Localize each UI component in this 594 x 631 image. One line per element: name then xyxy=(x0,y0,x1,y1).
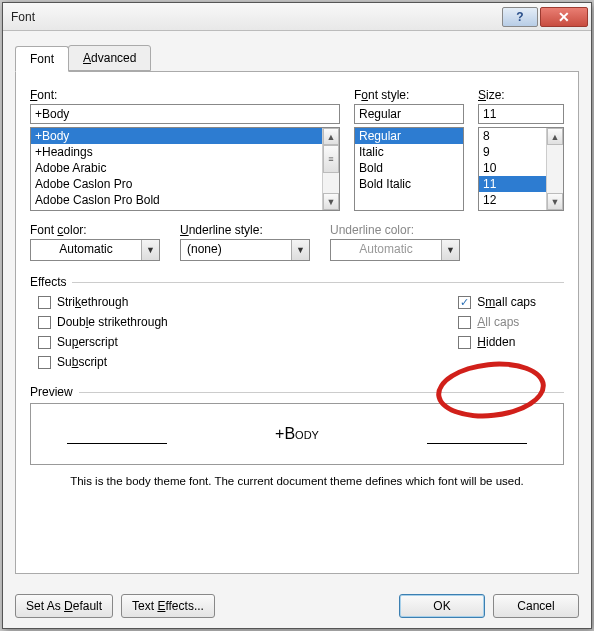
list-item[interactable]: 10 xyxy=(479,160,546,176)
text-effects-button[interactable]: Text Effects... xyxy=(121,594,215,618)
small-caps-checkbox[interactable]: ✓ Small caps xyxy=(458,295,536,309)
list-item[interactable]: 11 xyxy=(479,176,546,192)
preview-text: +Body xyxy=(275,425,319,443)
checkbox-icon xyxy=(38,316,51,329)
list-item[interactable]: 8 xyxy=(479,128,546,144)
cancel-button[interactable]: Cancel xyxy=(493,594,579,618)
chevron-down-icon: ▼ xyxy=(441,240,459,260)
preview-description: This is the body theme font. The current… xyxy=(30,475,564,487)
window-title: Font xyxy=(11,10,501,24)
underline-style-label: Underline style: xyxy=(180,223,310,237)
chevron-down-icon[interactable]: ▼ xyxy=(291,240,309,260)
combo-value: (none) xyxy=(181,240,291,260)
size-listbox[interactable]: 8 9 10 11 12 ▲ ▼ xyxy=(478,127,564,211)
list-item[interactable]: Bold Italic xyxy=(355,176,463,192)
scroll-down-icon[interactable]: ▼ xyxy=(547,193,563,210)
font-style-label: Font style: xyxy=(354,88,464,102)
tab-advanced[interactable]: Advanced xyxy=(68,45,151,71)
list-item[interactable]: Adobe Caslon Pro Bold xyxy=(31,192,322,208)
superscript-checkbox[interactable]: Superscript xyxy=(38,335,168,349)
scroll-down-icon[interactable]: ▼ xyxy=(323,193,339,210)
scroll-up-icon[interactable]: ▲ xyxy=(323,128,339,145)
preview-group-label: Preview xyxy=(30,385,564,399)
checkbox-icon xyxy=(38,336,51,349)
checkbox-icon xyxy=(38,296,51,309)
checkbox-icon: ✓ xyxy=(458,296,471,309)
font-dialog: Font ? ✕ Font Advanced Font: +Body +Head… xyxy=(2,2,592,629)
font-listbox[interactable]: +Body +Headings Adobe Arabic Adobe Caslo… xyxy=(30,127,340,211)
scroll-up-icon[interactable]: ▲ xyxy=(547,128,563,145)
underline-color-combo: Automatic ▼ xyxy=(330,239,460,261)
font-input[interactable] xyxy=(30,104,340,124)
font-color-combo[interactable]: Automatic ▼ xyxy=(30,239,160,261)
size-input[interactable] xyxy=(478,104,564,124)
list-item[interactable]: Adobe Arabic xyxy=(31,160,322,176)
underline-color-label: Underline color: xyxy=(330,223,460,237)
subscript-checkbox[interactable]: Subscript xyxy=(38,355,168,369)
font-label: Font: xyxy=(30,88,340,102)
dialog-body: Font Advanced Font: +Body +Headings Adob… xyxy=(3,31,591,584)
scrollbar[interactable]: ▲ ≡ ▼ xyxy=(322,128,339,210)
titlebar: Font ? ✕ xyxy=(3,3,591,31)
list-item[interactable]: 9 xyxy=(479,144,546,160)
strikethrough-checkbox[interactable]: Strikethrough xyxy=(38,295,168,309)
tabstrip: Font Advanced xyxy=(15,45,579,71)
combo-value: Automatic xyxy=(331,240,441,260)
list-item[interactable]: +Body xyxy=(31,128,322,144)
font-style-input[interactable] xyxy=(354,104,464,124)
combo-value: Automatic xyxy=(31,240,141,260)
double-strikethrough-checkbox[interactable]: Double strikethrough xyxy=(38,315,168,329)
close-button[interactable]: ✕ xyxy=(540,7,588,27)
effects-group-label: Effects xyxy=(30,275,564,289)
dialog-footer: Set As Default Text Effects... OK Cancel xyxy=(3,584,591,628)
list-item[interactable]: +Headings xyxy=(31,144,322,160)
all-caps-checkbox[interactable]: All caps xyxy=(458,315,536,329)
font-color-label: Font color: xyxy=(30,223,160,237)
underline-style-combo[interactable]: (none) ▼ xyxy=(180,239,310,261)
set-default-button[interactable]: Set As Default xyxy=(15,594,113,618)
checkbox-icon xyxy=(38,356,51,369)
checkbox-icon xyxy=(458,336,471,349)
hidden-checkbox[interactable]: Hidden xyxy=(458,335,536,349)
list-item[interactable]: 12 xyxy=(479,192,546,208)
list-item[interactable]: Bold xyxy=(355,160,463,176)
list-item[interactable]: Regular xyxy=(355,128,463,144)
tab-font[interactable]: Font xyxy=(15,46,69,72)
size-label: Size: xyxy=(478,88,564,102)
preview-box: +Body xyxy=(30,403,564,465)
font-panel: Font: +Body +Headings Adobe Arabic Adobe… xyxy=(15,71,579,574)
checkbox-icon xyxy=(458,316,471,329)
scroll-thumb[interactable]: ≡ xyxy=(323,145,339,173)
help-button[interactable]: ? xyxy=(502,7,538,27)
ok-button[interactable]: OK xyxy=(399,594,485,618)
chevron-down-icon[interactable]: ▼ xyxy=(141,240,159,260)
scrollbar[interactable]: ▲ ▼ xyxy=(546,128,563,210)
list-item[interactable]: Adobe Caslon Pro xyxy=(31,176,322,192)
style-listbox[interactable]: Regular Italic Bold Bold Italic xyxy=(354,127,464,211)
list-item[interactable]: Italic xyxy=(355,144,463,160)
